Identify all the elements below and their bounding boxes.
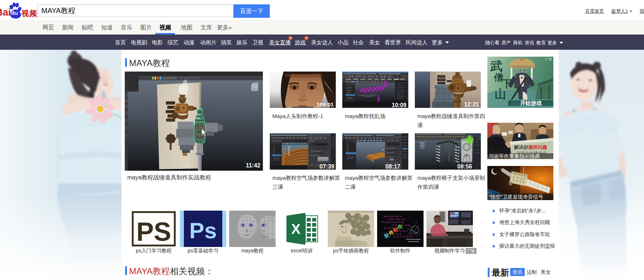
svg-text:Bai: Bai bbox=[0, 7, 11, 18]
svg-text:广告: 广告 bbox=[545, 57, 552, 61]
svg-text:d3f8 a2c4 99e1 b7: d3f8 a2c4 99e1 b7 bbox=[384, 216, 402, 218]
svg-text:X: X bbox=[291, 222, 301, 237]
svg-text:08:56: 08:56 bbox=[457, 163, 472, 170]
svg-text:07:39: 07:39 bbox=[319, 163, 334, 170]
svg-text:du: du bbox=[11, 10, 18, 16]
svg-text:武: 武 bbox=[490, 60, 503, 73]
svg-text:视频: 视频 bbox=[21, 9, 37, 17]
svg-text:10:09: 10:09 bbox=[392, 102, 406, 108]
svg-text:Ps: Ps bbox=[189, 218, 217, 243]
svg-text:0x44AF 2291 CC01: 0x44AF 2291 CC01 bbox=[388, 219, 405, 221]
svg-text:11:42: 11:42 bbox=[246, 162, 260, 169]
svg-text:109:01: 109:01 bbox=[317, 101, 334, 107]
svg-text:开始游戏: 开始游戏 bbox=[520, 100, 542, 106]
svg-text:"悟空"卫星发现奇异信号: "悟空"卫星发现奇异信号 bbox=[489, 194, 543, 200]
svg-text:12:21: 12:21 bbox=[464, 101, 479, 107]
svg-text:山: 山 bbox=[495, 88, 506, 101]
svg-text:解决好厕所问题: 解决好厕所问题 bbox=[514, 145, 547, 150]
svg-text:08:17: 08:17 bbox=[385, 163, 400, 170]
svg-text:12 34 56 78 9a bc: 12 34 56 78 9a bc bbox=[393, 236, 412, 238]
svg-text:PS: PS bbox=[136, 217, 171, 246]
svg-text:f2 8a 33 c1 9b ff 02: f2 8a 33 c1 9b ff 02 bbox=[381, 222, 403, 224]
svg-text:习近平作重要指示强调: 习近平作重要指示强调 bbox=[489, 153, 540, 159]
